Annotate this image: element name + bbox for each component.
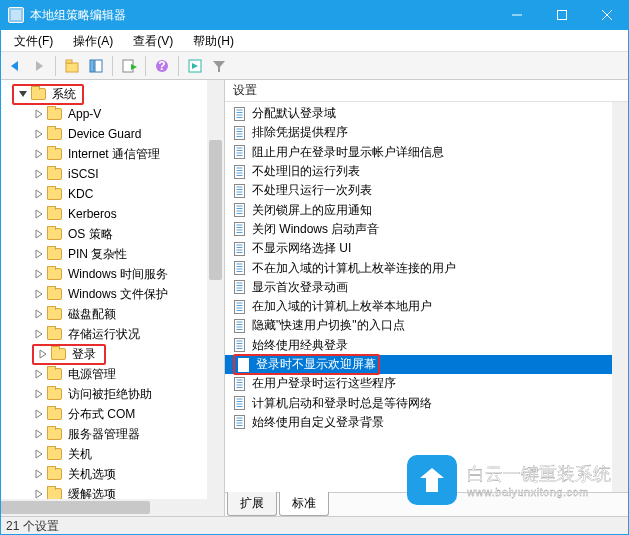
- chevron-right-icon[interactable]: [32, 328, 45, 341]
- tree-item[interactable]: 电源管理: [28, 364, 224, 384]
- window-title: 本地组策略编辑器: [30, 7, 494, 24]
- filter-button[interactable]: [208, 55, 230, 77]
- help-button[interactable]: ?: [151, 55, 173, 77]
- list-item[interactable]: 计算机启动和登录时总是等待网络: [225, 393, 629, 412]
- policy-icon: [233, 338, 247, 352]
- separator: [112, 56, 113, 76]
- tree-item-root[interactable]: 系统: [8, 84, 224, 104]
- svg-marker-31: [36, 370, 42, 378]
- tree-label: OS 策略: [66, 226, 115, 243]
- list-item[interactable]: 关闭锁屏上的应用通知: [225, 200, 629, 219]
- folder-icon: [47, 108, 62, 120]
- chevron-right-icon[interactable]: [32, 148, 45, 161]
- export-button[interactable]: [118, 55, 140, 77]
- tab-standard[interactable]: 标准: [279, 492, 329, 516]
- menu-action[interactable]: 操作(A): [63, 30, 123, 52]
- tree-item[interactable]: App-V: [28, 104, 224, 124]
- folder-icon: [47, 368, 62, 380]
- policy-icon: [233, 222, 247, 236]
- list-item[interactable]: 不处理旧的运行列表: [225, 162, 629, 181]
- tree-item[interactable]: Internet 通信管理: [28, 144, 224, 164]
- tree-item[interactable]: Windows 时间服务: [28, 264, 224, 284]
- list-scrollbar-vertical[interactable]: [612, 102, 629, 492]
- list-header[interactable]: 设置: [225, 80, 629, 102]
- chevron-right-icon[interactable]: [32, 248, 45, 261]
- up-button[interactable]: [61, 55, 83, 77]
- list-item[interactable]: 分配默认登录域: [225, 104, 629, 123]
- back-button[interactable]: [4, 55, 26, 77]
- policy-icon: [233, 165, 247, 179]
- list-item[interactable]: 始终使用自定义登录背景: [225, 413, 629, 432]
- tree-item[interactable]: 关机选项: [28, 464, 224, 484]
- list-item-label: 不处理只运行一次列表: [252, 182, 372, 199]
- policy-icon: [233, 107, 247, 121]
- chevron-right-icon[interactable]: [32, 308, 45, 321]
- show-tree-button[interactable]: [85, 55, 107, 77]
- minimize-button[interactable]: [494, 0, 539, 30]
- chevron-right-icon[interactable]: [36, 348, 49, 361]
- list-item[interactable]: 在加入域的计算机上枚举本地用户: [225, 297, 629, 316]
- menu-help[interactable]: 帮助(H): [183, 30, 244, 52]
- tree-label: 关机: [66, 446, 94, 463]
- chevron-right-icon[interactable]: [32, 428, 45, 441]
- tree-item[interactable]: 磁盘配额: [28, 304, 224, 324]
- svg-rect-58: [235, 184, 245, 197]
- menu-file[interactable]: 文件(F): [4, 30, 63, 52]
- tree-scrollbar-vertical[interactable]: [207, 80, 224, 499]
- tree-item[interactable]: 服务器管理器: [28, 424, 224, 444]
- chevron-right-icon[interactable]: [32, 448, 45, 461]
- chevron-right-icon[interactable]: [32, 168, 45, 181]
- tree-item[interactable]: 登录: [28, 344, 224, 364]
- list-item[interactable]: 登录时不显示欢迎屏幕: [225, 355, 629, 374]
- chevron-right-icon[interactable]: [32, 408, 45, 421]
- list-item[interactable]: 不处理只运行一次列表: [225, 181, 629, 200]
- tree-scrollbar-horizontal[interactable]: [0, 499, 207, 516]
- tree-item[interactable]: Device Guard: [28, 124, 224, 144]
- tab-extended[interactable]: 扩展: [227, 492, 277, 516]
- list-item-label: 登录时不显示欢迎屏幕: [256, 356, 376, 373]
- list-item[interactable]: 在用户登录时运行这些程序: [225, 374, 629, 393]
- chevron-right-icon[interactable]: [32, 288, 45, 301]
- chevron-right-icon[interactable]: [32, 228, 45, 241]
- list-item[interactable]: 始终使用经典登录: [225, 336, 629, 355]
- list-item[interactable]: 不在加入域的计算机上枚举连接的用户: [225, 258, 629, 277]
- chevron-right-icon[interactable]: [32, 188, 45, 201]
- tree-item[interactable]: 访问被拒绝协助: [28, 384, 224, 404]
- chevron-right-icon[interactable]: [32, 268, 45, 281]
- chevron-right-icon[interactable]: [32, 388, 45, 401]
- folder-icon: [47, 148, 62, 160]
- svg-marker-24: [36, 230, 42, 238]
- chevron-right-icon[interactable]: [32, 128, 45, 141]
- list-item[interactable]: 显示首次登录动画: [225, 278, 629, 297]
- folder-icon: [51, 348, 66, 360]
- forward-button[interactable]: [28, 55, 50, 77]
- tree-item[interactable]: Windows 文件保护: [28, 284, 224, 304]
- chevron-right-icon[interactable]: [32, 208, 45, 221]
- tree-item[interactable]: OS 策略: [28, 224, 224, 244]
- client-area: 系统App-VDevice GuardInternet 通信管理iSCSIKDC…: [0, 80, 629, 517]
- list-item[interactable]: 排除凭据提供程序: [225, 123, 629, 142]
- tree-label: Device Guard: [66, 127, 143, 141]
- list-item[interactable]: 关闭 Windows 启动声音: [225, 220, 629, 239]
- list-item[interactable]: 隐藏"快速用户切换"的入口点: [225, 316, 629, 335]
- tree-item[interactable]: KDC: [28, 184, 224, 204]
- list-item[interactable]: 阻止用户在登录时显示帐户详细信息: [225, 143, 629, 162]
- chevron-right-icon[interactable]: [32, 468, 45, 481]
- chevron-right-icon[interactable]: [32, 108, 45, 121]
- tree-item[interactable]: Kerberos: [28, 204, 224, 224]
- tree-item[interactable]: 分布式 COM: [28, 404, 224, 424]
- tree-item[interactable]: PIN 复杂性: [28, 244, 224, 264]
- chevron-right-icon[interactable]: [32, 368, 45, 381]
- folder-icon: [31, 88, 46, 100]
- tree-item[interactable]: iSCSI: [28, 164, 224, 184]
- tree-item[interactable]: 存储运行状况: [28, 324, 224, 344]
- maximize-button[interactable]: [539, 0, 584, 30]
- tree-label: 分布式 COM: [66, 406, 137, 423]
- chevron-down-icon[interactable]: [16, 88, 29, 101]
- menu-view[interactable]: 查看(V): [123, 30, 183, 52]
- list-item[interactable]: 不显示网络选择 UI: [225, 239, 629, 258]
- close-button[interactable]: [584, 0, 629, 30]
- tree-item[interactable]: 关机: [28, 444, 224, 464]
- column-header-setting[interactable]: 设置: [233, 82, 257, 99]
- all-settings-button[interactable]: [184, 55, 206, 77]
